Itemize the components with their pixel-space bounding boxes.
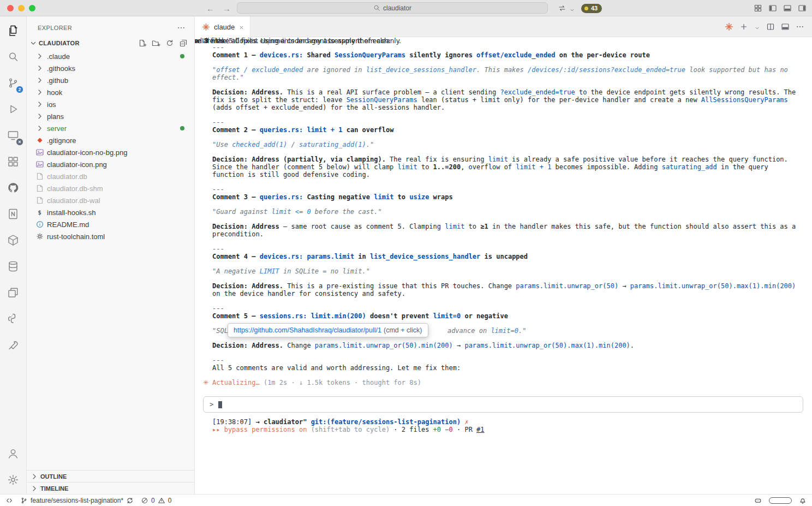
remote-indicator-icon[interactable] [5, 497, 13, 504]
activity-settings-icon[interactable] [0, 467, 26, 493]
toggle-primary-sidebar-icon[interactable] [768, 4, 777, 13]
activity-search-icon[interactable] [0, 44, 26, 70]
back-button[interactable]: ← [206, 4, 214, 13]
text-segment: This is a real API surface problem — a c… [283, 88, 500, 96]
new-file-icon[interactable] [138, 39, 147, 47]
panel-label: OUTLINE [40, 473, 67, 480]
text-segment: or negative [461, 312, 508, 320]
file-claudiator-icon-no-bg.png[interactable]: claudiator-icon-no-bg.png [27, 146, 194, 158]
text-segment: to [464, 223, 480, 230]
new-terminal-icon[interactable] [739, 22, 748, 31]
term-sep: --- [212, 44, 803, 51]
session-cycle-icon[interactable] [558, 4, 566, 13]
chevron-right-icon [35, 112, 44, 121]
editor-more-actions-icon[interactable] [796, 22, 804, 31]
toggle-secondary-sidebar-icon[interactable] [798, 4, 807, 13]
panel-timeline[interactable]: TIMELINE [27, 482, 194, 494]
minimize-window-button[interactable] [18, 5, 25, 11]
sidebar-more-actions-icon[interactable] [177, 23, 186, 32]
activity-github-icon[interactable] [0, 175, 26, 201]
file-README.md[interactable]: README.md [27, 218, 194, 230]
split-editor-icon[interactable] [766, 22, 775, 31]
file-claudiator.db-shm[interactable]: claudiator.db-shm [27, 182, 194, 194]
collapse-folders-icon[interactable] [179, 39, 188, 47]
text-segment: Decision: Address. [212, 282, 283, 290]
activity-container-icon[interactable] [0, 227, 26, 253]
activity-tools-icon[interactable] [0, 332, 26, 358]
badge-dot [584, 7, 588, 10]
terminal-dropdown-icon[interactable] [754, 23, 760, 29]
text-segment: "Use [212, 141, 232, 148]
file-.gitignore[interactable]: .gitignore [27, 134, 194, 146]
text-segment: Decision: Address (partially, via clampi… [212, 156, 386, 163]
refresh-explorer-icon[interactable] [165, 39, 174, 47]
text-segment: [19:38:07] [212, 418, 255, 426]
terminal-status-lines: [19:38:07] → claudiator" git:(feature/se… [212, 418, 803, 433]
activity-badge: 2 [16, 86, 23, 93]
toggle-panel-icon[interactable] [783, 4, 792, 13]
modified-dot [180, 54, 184, 58]
activity-notebook-icon[interactable] [0, 201, 26, 227]
file-claudiator.db-wal[interactable]: claudiator.db-wal [27, 194, 194, 206]
close-tab-icon[interactable] [238, 24, 244, 30]
panel-outline[interactable]: OUTLINE [27, 470, 194, 482]
folder-ios[interactable]: ios [27, 98, 194, 110]
new-folder-icon[interactable] [152, 39, 160, 47]
settings-icon [7, 473, 20, 486]
notification-count-badge[interactable]: 43 [581, 4, 602, 13]
chevron-down-icon[interactable] [29, 39, 38, 47]
text-segment: (1m 2s · ↓ 1.5k tokens · thought for 8s) [264, 379, 421, 386]
status-bar-left: feature/sessions-list-pagination* 0 0 [5, 495, 171, 506]
folder-hook[interactable]: hook [27, 86, 194, 98]
activity-account-icon[interactable] [0, 440, 26, 467]
chevron-right-icon [35, 124, 44, 133]
warning-count: 0 [168, 497, 172, 504]
file-install-hooks.sh[interactable]: $install-hooks.sh [27, 206, 194, 218]
activity-extensions-icon[interactable] [0, 148, 26, 175]
maximize-window-button[interactable] [29, 5, 35, 11]
folder-plans[interactable]: plans [27, 110, 194, 122]
image-file-icon [35, 148, 44, 157]
activity-remote-window-icon[interactable]: × [0, 122, 26, 148]
session-cycle-chevron-icon[interactable] [569, 5, 575, 11]
file-rust-toolchain.toml[interactable]: rust-toolchain.toml [27, 230, 194, 242]
copilot-icon[interactable] [754, 497, 762, 504]
pull-request-link[interactable]: https://github.com/ShahadIshraq/claudiat… [234, 326, 381, 334]
git-branch-item[interactable]: feature/sessions-list-pagination* [20, 497, 134, 504]
folder-server[interactable]: server [27, 122, 194, 134]
forward-button[interactable]: → [223, 4, 231, 13]
term-line: Comment 5 — sessions.rs: limit.min(200) … [212, 312, 803, 320]
activity-explorer-icon[interactable] [0, 17, 26, 44]
activity-source-control-icon[interactable]: 2 [0, 70, 26, 96]
file-claudiator-icon.png[interactable]: claudiator-icon.png [27, 158, 194, 170]
customize-layout-icon[interactable] [754, 4, 762, 13]
text-segment: advance on [447, 327, 491, 335]
claude-extension-icon[interactable] [725, 22, 733, 31]
notifications-bell-icon[interactable] [799, 497, 807, 504]
folder-.githooks[interactable]: .githooks [27, 62, 194, 74]
activity-layers-icon[interactable] [0, 279, 26, 306]
file-claudiator.db[interactable]: claudiator.db [27, 170, 194, 182]
folder-.claude[interactable]: .claude [27, 50, 194, 62]
file-label: claudiator-icon.png [47, 160, 107, 169]
file-label: install-hooks.sh [47, 209, 96, 217]
activity-run-debug-icon[interactable] [0, 96, 26, 122]
text-segment: Casting negative [303, 193, 374, 201]
text-segment: → [453, 342, 465, 349]
notebook-icon [7, 207, 20, 221]
command-center-search[interactable]: claudiator [237, 2, 548, 14]
file-label: claudiator-icon-no-bg.png [47, 148, 127, 157]
project-root-row[interactable]: CLAUDIATOR [27, 37, 194, 49]
activity-python-icon[interactable] [0, 306, 26, 332]
close-window-button[interactable] [7, 5, 14, 11]
activity-database-icon[interactable] [0, 253, 26, 279]
toggle-editor-layout-icon[interactable] [781, 22, 790, 31]
tools-icon [7, 338, 20, 352]
terminal-output[interactable]: ●Here are the 5 Copilot comments and my … [195, 37, 812, 494]
claude-input-box[interactable]: > [203, 396, 803, 413]
folder-.github[interactable]: .github [27, 74, 194, 86]
text-segment: lean (status + limit only) for the per-d… [417, 96, 701, 104]
problems-item[interactable]: 0 0 [141, 497, 171, 504]
status-pill[interactable] [769, 497, 792, 504]
tab-claude[interactable]: claude [195, 16, 250, 37]
